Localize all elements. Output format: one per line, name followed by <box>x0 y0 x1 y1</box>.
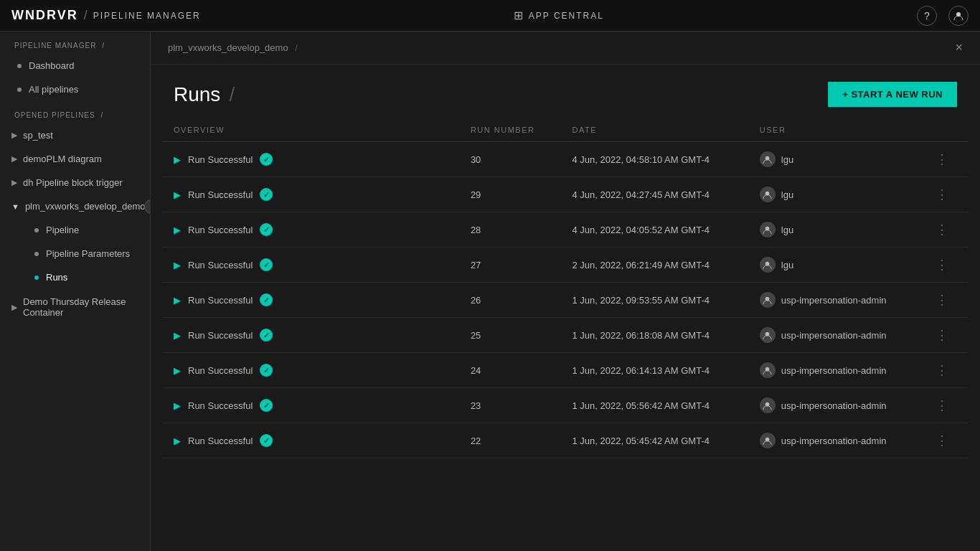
run-number: 27 <box>471 260 481 270</box>
run-overview-cell: ▶ Run Successful ✓ <box>162 283 459 318</box>
more-options-button[interactable]: ⋮ <box>931 432 953 449</box>
more-options-button[interactable]: ⋮ <box>931 397 953 414</box>
user-avatar-icon <box>760 292 776 308</box>
sidebar-item-pipeline[interactable]: Pipeline <box>11 218 150 242</box>
run-user-cell: lgu <box>748 212 920 248</box>
sidebar-item-runs[interactable]: Runs <box>11 265 150 289</box>
run-username: usp-impersonation-admin <box>781 330 887 341</box>
user-avatar-icon <box>760 222 776 237</box>
table-row: ▶ Run Successful ✓ 251 Jun, 2022, 06:18:… <box>162 318 969 353</box>
more-options-button[interactable]: ⋮ <box>931 256 953 273</box>
user-avatar-icon <box>760 433 776 448</box>
run-expand-button[interactable]: ▶ <box>174 295 181 306</box>
run-date-cell: 4 Jun, 2022, 04:05:52 AM GMT-4 <box>560 212 748 248</box>
run-overview: ▶ Run Successful ✓ <box>174 223 448 236</box>
more-options-button[interactable]: ⋮ <box>931 151 953 168</box>
run-number: 25 <box>471 330 481 341</box>
run-success-icon: ✓ <box>260 329 273 342</box>
more-options-button[interactable]: ⋮ <box>931 221 953 238</box>
user-avatar-icon <box>760 397 776 413</box>
start-run-button[interactable]: + START A NEW RUN <box>828 82 957 107</box>
close-button[interactable]: × <box>955 40 963 55</box>
run-overview-cell: ▶ Run Successful ✓ <box>162 142 459 177</box>
run-expand-button[interactable]: ▶ <box>174 225 181 235</box>
run-date: 4 Jun, 2022, 04:58:10 AM GMT-4 <box>572 154 710 165</box>
help-button[interactable]: ? <box>917 6 937 26</box>
run-overview-cell: ▶ Run Successful ✓ <box>162 353 459 388</box>
run-expand-button[interactable]: ▶ <box>174 365 181 376</box>
user-avatar-icon <box>760 187 776 202</box>
sidebar-item-demoplm-diagram[interactable]: ▶ demoPLM diagram <box>0 147 150 171</box>
sidebar-item-dh-pipeline[interactable]: ▶ dh Pipeline block trigger <box>0 171 150 194</box>
more-options-button[interactable]: ⋮ <box>931 362 953 379</box>
col-header-date: DATE <box>560 118 748 142</box>
run-user: lgu <box>760 257 909 273</box>
run-status: Run Successful <box>188 225 253 235</box>
run-overview: ▶ Run Successful ✓ <box>174 329 448 342</box>
run-expand-button[interactable]: ▶ <box>174 400 181 411</box>
sidebar-item-sp-test[interactable]: ▶ sp_test <box>0 123 150 147</box>
sidebar-item-pipeline-params[interactable]: Pipeline Parameters <box>11 242 150 265</box>
run-overview: ▶ Run Successful ✓ <box>174 399 448 412</box>
page-title: Runs <box>174 83 220 106</box>
user-avatar-icon <box>760 151 776 167</box>
user-avatar-icon <box>760 257 776 273</box>
run-success-icon: ✓ <box>260 293 273 306</box>
breadcrumb: plm_vxworks_develop_demo / <box>168 42 302 53</box>
run-user: lgu <box>760 187 909 202</box>
sidebar-item-demo-thursday[interactable]: ▶ Demo Thursday Release Container <box>0 289 150 325</box>
chevron-right-icon: ▶ <box>11 154 17 164</box>
runs-table: OVERVIEW RUN NUMBER DATE USER ▶ Run Succ… <box>162 118 969 458</box>
run-action-cell: ⋮ <box>920 212 969 248</box>
run-username: lgu <box>781 225 793 235</box>
user-button[interactable] <box>948 6 969 26</box>
app-title: PIPELINE MANAGER <box>93 11 201 21</box>
run-number: 23 <box>471 400 481 411</box>
app-central-label: APP CENTRAL <box>529 11 604 21</box>
run-status: Run Successful <box>188 400 253 411</box>
run-expand-button[interactable]: ▶ <box>174 189 181 200</box>
run-date: 1 Jun, 2022, 09:53:55 AM GMT-4 <box>572 295 710 306</box>
run-action-cell: ⋮ <box>920 248 969 283</box>
breadcrumb-sep: / <box>295 42 298 53</box>
table-row: ▶ Run Successful ✓ 294 Jun, 2022, 04:27:… <box>162 177 969 212</box>
sidebar-item-plm-vxworks[interactable]: ▼ plm_vxworks_develop_demo ‹ <box>0 194 150 218</box>
pipeline-manager-section: PIPELINE MANAGER / <box>0 32 150 54</box>
sidebar-item-dashboard[interactable]: Dashboard <box>0 54 150 77</box>
opened-pipelines-section: OPENED PIPELINES / <box>0 101 150 123</box>
run-expand-button[interactable]: ▶ <box>174 260 181 270</box>
sidebar-plm-sub: Pipeline Pipeline Parameters Runs <box>0 218 150 289</box>
logo: WNDRVR <box>11 8 78 23</box>
sidebar-item-all-pipelines[interactable]: All pipelines <box>0 77 150 101</box>
page-title-sep: / <box>229 83 235 106</box>
table-row: ▶ Run Successful ✓ 241 Jun, 2022, 06:14:… <box>162 353 969 388</box>
run-number: 24 <box>471 365 481 376</box>
run-expand-button[interactable]: ▶ <box>174 330 181 341</box>
run-number: 26 <box>471 295 481 306</box>
run-user-cell: usp-impersonation-admin <box>748 388 920 423</box>
run-success-icon: ✓ <box>260 188 273 201</box>
run-overview: ▶ Run Successful ✓ <box>174 364 448 377</box>
dot-icon <box>17 64 22 68</box>
more-options-button[interactable]: ⋮ <box>931 186 953 203</box>
run-username: lgu <box>781 260 793 270</box>
chevron-down-icon: ▼ <box>11 202 19 211</box>
user-avatar-icon <box>760 327 776 343</box>
run-date: 1 Jun, 2022, 06:18:08 AM GMT-4 <box>572 330 710 341</box>
table-row: ▶ Run Successful ✓ 231 Jun, 2022, 05:56:… <box>162 388 969 423</box>
runs-table-container: OVERVIEW RUN NUMBER DATE USER ▶ Run Succ… <box>151 118 980 551</box>
table-row: ▶ Run Successful ✓ 272 Jun, 2022, 06:21:… <box>162 248 969 283</box>
run-overview-cell: ▶ Run Successful ✓ <box>162 388 459 423</box>
more-options-button[interactable]: ⋮ <box>931 291 953 309</box>
run-action-cell: ⋮ <box>920 423 969 458</box>
run-number-cell: 29 <box>459 177 561 212</box>
run-action-cell: ⋮ <box>920 142 969 177</box>
dot-active-icon <box>34 276 39 280</box>
run-expand-button[interactable]: ▶ <box>174 435 181 446</box>
run-status: Run Successful <box>188 295 253 306</box>
run-overview: ▶ Run Successful ✓ <box>174 434 448 447</box>
col-header-run-number: RUN NUMBER <box>459 118 561 142</box>
run-expand-button[interactable]: ▶ <box>174 154 181 165</box>
more-options-button[interactable]: ⋮ <box>931 326 953 344</box>
breadcrumb-parent[interactable]: plm_vxworks_develop_demo <box>168 42 288 53</box>
